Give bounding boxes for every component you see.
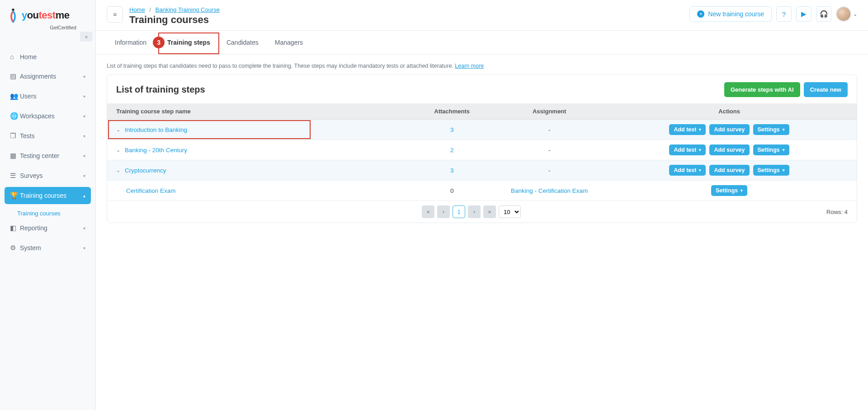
users-icon: 👥 bbox=[10, 92, 20, 100]
settings-button[interactable]: Settings▾ bbox=[753, 144, 789, 155]
chevron-down-icon[interactable]: ⌄ bbox=[116, 127, 120, 133]
sidebar-item-workspaces[interactable]: 🌐 Workspaces ▾ bbox=[5, 107, 91, 125]
gear-icon: ⚙ bbox=[10, 244, 20, 252]
add-test-button[interactable]: Add test▾ bbox=[669, 165, 706, 176]
sidebar-item-label: Surveys bbox=[20, 172, 83, 179]
attachments-count[interactable]: 3 bbox=[450, 167, 454, 174]
settings-button[interactable]: Settings▾ bbox=[753, 165, 789, 176]
menu-toggle-button[interactable]: ≡ bbox=[107, 6, 123, 23]
main-area: ≡ Home / Banking Training Course Trainin… bbox=[96, 0, 868, 410]
page-size-select[interactable]: 10 bbox=[499, 205, 521, 218]
chevron-right-icon: › bbox=[473, 209, 475, 215]
assignment-value: - bbox=[548, 147, 551, 154]
tab-training-steps[interactable]: 3 Training steps bbox=[159, 31, 218, 54]
sidebar-item-label: Assignments bbox=[20, 73, 83, 80]
chevron-double-right-icon: » bbox=[488, 209, 491, 215]
create-new-button[interactable]: Create new bbox=[804, 82, 848, 97]
rows-count: Rows: 4 bbox=[826, 209, 848, 215]
logo-text: youtestme bbox=[22, 9, 70, 21]
col-header-assignment: Assignment bbox=[497, 103, 602, 120]
sidebar: youtestme GetCertified « ⌂ Home ▤ Assign… bbox=[0, 0, 96, 410]
tab-label: Candidates bbox=[226, 39, 259, 46]
add-survey-button[interactable]: Add survey bbox=[709, 124, 749, 135]
pager-last-button[interactable]: » bbox=[483, 205, 496, 218]
sidebar-item-home[interactable]: ⌂ Home bbox=[5, 48, 91, 65]
add-test-button[interactable]: Add test▾ bbox=[669, 124, 706, 135]
sidebar-item-system[interactable]: ⚙ System ▾ bbox=[5, 239, 91, 256]
sidebar-item-assignments[interactable]: ▤ Assignments ▾ bbox=[5, 68, 91, 85]
attachments-count[interactable]: 3 bbox=[450, 126, 454, 133]
table-row: ⌄ Cryptocurrency 3 - Add test▾ Add surve… bbox=[107, 160, 857, 181]
pager-next-button[interactable]: › bbox=[468, 205, 481, 218]
add-survey-button[interactable]: Add survey bbox=[709, 165, 749, 176]
tabs: Information 3 Training steps Candidates … bbox=[96, 31, 868, 55]
tab-label: Training steps bbox=[167, 39, 210, 46]
settings-button[interactable]: Settings▾ bbox=[711, 185, 747, 196]
sidebar-sub-training-courses[interactable]: Training courses bbox=[17, 210, 61, 217]
user-menu[interactable]: ⌄ bbox=[836, 6, 857, 22]
copy-icon: ❐ bbox=[10, 132, 20, 140]
col-header-actions: Actions bbox=[602, 103, 857, 120]
table-row: ⌄ Introduction to Banking 3 - Add test▾ … bbox=[107, 120, 857, 140]
attachments-count[interactable]: 2 bbox=[450, 147, 454, 154]
sidebar-item-label: Training courses bbox=[20, 192, 83, 199]
chevron-down-icon[interactable]: ⌄ bbox=[116, 168, 120, 173]
sidebar-item-reporting[interactable]: ◧ Reporting ▾ bbox=[5, 219, 91, 237]
learn-more-link[interactable]: Learn more bbox=[455, 63, 484, 69]
pager-prev-button[interactable]: ‹ bbox=[437, 205, 450, 218]
caret-down-icon: ▾ bbox=[83, 94, 85, 99]
pager-current-page[interactable]: 1 bbox=[453, 205, 465, 218]
settings-button[interactable]: Settings▾ bbox=[753, 124, 789, 135]
sidebar-item-training-courses[interactable]: 🏆 Training courses ▴ bbox=[5, 187, 91, 204]
generate-steps-ai-button[interactable]: Generate steps with AI bbox=[724, 82, 800, 97]
topbar: ≡ Home / Banking Training Course Trainin… bbox=[96, 0, 868, 31]
sidebar-item-surveys[interactable]: ☰ Surveys ▾ bbox=[5, 167, 91, 184]
tab-label: Information bbox=[115, 39, 146, 46]
pagination: « ‹ 1 › » 10 Rows: 4 bbox=[107, 201, 857, 223]
sidebar-item-label: Users bbox=[20, 93, 83, 100]
sidebar-collapse-button[interactable]: « bbox=[80, 32, 93, 42]
sidebar-item-tests[interactable]: ❐ Tests ▾ bbox=[5, 127, 91, 144]
logo-mark-icon bbox=[9, 8, 17, 26]
step-name-link[interactable]: Cryptocurrency bbox=[125, 167, 166, 174]
tab-candidates[interactable]: Candidates bbox=[218, 31, 267, 54]
list-icon: ☰ bbox=[10, 172, 20, 180]
report-icon: ◧ bbox=[10, 224, 20, 232]
logo-subtitle: GetCertified bbox=[9, 25, 86, 30]
table-row: Certification Exam 0 Banking - Certifica… bbox=[107, 181, 857, 201]
panel-header: List of training steps Generate steps wi… bbox=[107, 75, 857, 103]
step-name-link[interactable]: Introduction to Banking bbox=[125, 126, 187, 133]
breadcrumb-separator: / bbox=[149, 6, 151, 13]
step-name-link[interactable]: Banking - 20th Century bbox=[125, 147, 187, 154]
tab-information[interactable]: Information bbox=[107, 31, 159, 54]
add-survey-button[interactable]: Add survey bbox=[709, 144, 749, 155]
step-name-link[interactable]: Certification Exam bbox=[126, 187, 176, 194]
support-button[interactable]: 🎧 bbox=[816, 6, 831, 22]
sidebar-subnav: Training courses bbox=[5, 207, 91, 219]
caret-down-icon: ▾ bbox=[741, 188, 743, 193]
breadcrumb-course[interactable]: Banking Training Course bbox=[156, 6, 220, 13]
sidebar-item-users[interactable]: 👥 Users ▾ bbox=[5, 88, 91, 105]
attachments-count: 0 bbox=[450, 187, 454, 194]
play-button[interactable]: ▶ bbox=[796, 6, 811, 22]
globe-icon: 🌐 bbox=[10, 112, 20, 120]
pager-first-button[interactable]: « bbox=[422, 205, 434, 218]
calendar-icon: ▦ bbox=[10, 152, 20, 160]
breadcrumb-home[interactable]: Home bbox=[129, 6, 145, 13]
chevron-left-icon: ‹ bbox=[443, 209, 444, 215]
play-icon: ▶ bbox=[801, 10, 807, 18]
tab-managers[interactable]: Managers bbox=[267, 31, 311, 54]
caret-down-icon: ▾ bbox=[83, 226, 85, 231]
caret-down-icon: ▾ bbox=[83, 114, 85, 119]
headset-icon: 🎧 bbox=[820, 10, 828, 18]
training-steps-panel: List of training steps Generate steps wi… bbox=[107, 75, 857, 223]
chevron-down-icon[interactable]: ⌄ bbox=[116, 147, 120, 153]
logo: youtestme GetCertified bbox=[0, 0, 95, 35]
sidebar-item-testing-center[interactable]: ▦ Testing center ▾ bbox=[5, 147, 91, 164]
help-icon: ? bbox=[782, 10, 786, 18]
new-training-course-button[interactable]: + New training course bbox=[689, 6, 772, 22]
add-test-button[interactable]: Add test▾ bbox=[669, 144, 706, 155]
assignment-link[interactable]: Banking - Certification Exam bbox=[511, 187, 588, 194]
caret-down-icon: ▾ bbox=[83, 74, 85, 79]
help-button[interactable]: ? bbox=[776, 6, 792, 22]
